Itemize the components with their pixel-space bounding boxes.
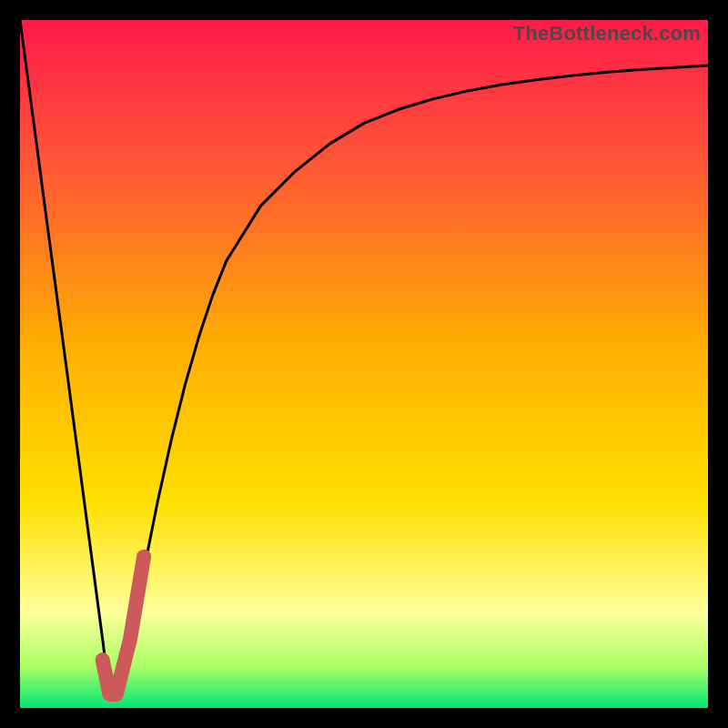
chart-frame: TheBottleneck.com [0,0,728,728]
chart-plot-area: TheBottleneck.com [20,20,708,708]
watermark-text: TheBottleneck.com [513,22,701,46]
chart-svg [20,20,708,708]
